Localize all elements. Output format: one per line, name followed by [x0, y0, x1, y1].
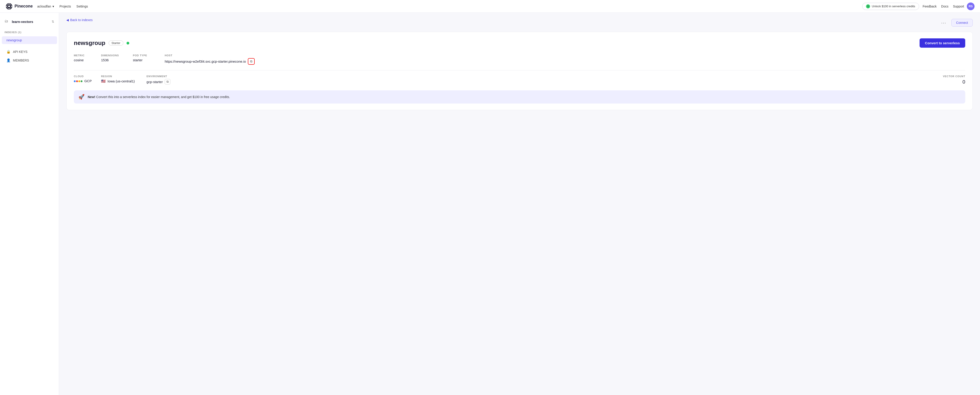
- rocket-icon: 🚀: [78, 94, 84, 100]
- dimensions-label: DIMENSIONS: [101, 54, 133, 57]
- cloud-value-text: GCP: [84, 79, 92, 83]
- region-value-text: Iowa (us-central1): [107, 79, 135, 83]
- members-label: MEMBERS: [13, 59, 29, 62]
- cloud-value: GCP: [74, 79, 101, 83]
- vector-count-label: VECTOR COUNT: [943, 75, 965, 78]
- copy-icon: ⧉: [250, 59, 252, 63]
- host-label: HOST: [165, 54, 965, 57]
- indexes-section: INDEXES (1): [0, 30, 59, 36]
- chevron-down-icon: ▾: [52, 5, 54, 8]
- metric-label: METRIC: [74, 54, 101, 57]
- header-actions: ··· Connect: [939, 19, 973, 27]
- more-options-button[interactable]: ···: [939, 19, 949, 27]
- project-selector[interactable]: 🗂 learn-vectors ⇅: [0, 17, 59, 26]
- top-nav-links: Projects Settings: [59, 5, 88, 8]
- pod-type-label: POD TYPE: [133, 54, 165, 57]
- projects-link[interactable]: Projects: [59, 5, 71, 8]
- copy-small-icon: ⧉: [167, 80, 169, 83]
- page-header: ◀ Back to indexes ··· Connect: [66, 18, 973, 27]
- metric-environment: ENVIRONMENT gcp-starter ⧉: [146, 75, 943, 85]
- user-avatar[interactable]: RS: [967, 3, 975, 10]
- promo-icon: $: [866, 4, 870, 8]
- feedback-link[interactable]: Feedback: [923, 5, 937, 8]
- status-indicator: [127, 42, 129, 44]
- sidebar-item-newsgroup[interactable]: newsgroup: [2, 36, 57, 44]
- host-value-text: https://newsgroup-w2ef3l4.svc.gcp-starte…: [165, 59, 246, 63]
- newsgroup-label: newsgroup: [6, 38, 22, 42]
- metric-region: REGION 🇺🇸 Iowa (us-central1): [101, 75, 146, 85]
- index-name: newsgroup: [74, 40, 105, 46]
- person-icon: 👤: [6, 58, 11, 62]
- promo-banner: 🚀 New! Convert this into a serverless in…: [74, 90, 965, 103]
- pod-type-value: starter: [133, 58, 165, 62]
- sidebar-item-api-keys[interactable]: 🔒 API KEYS: [2, 48, 57, 56]
- gcp-yellow-dot: [78, 80, 80, 82]
- dimensions-value: 1536: [101, 58, 133, 62]
- back-to-indexes-link[interactable]: ◀ Back to indexes: [66, 18, 93, 22]
- main-content: ◀ Back to indexes ··· Connect newsgroup …: [59, 13, 980, 395]
- docs-link[interactable]: Docs: [941, 5, 948, 8]
- copy-environment-button[interactable]: ⧉: [165, 79, 170, 84]
- top-action-links: Feedback Docs Support: [923, 5, 964, 8]
- promo-description: Convert this into a serverless index for…: [96, 95, 230, 99]
- vector-count-value: 0: [943, 79, 965, 85]
- starter-badge: Starter: [108, 40, 123, 46]
- gcp-blue-dot: [74, 80, 76, 82]
- host-value-row: https://newsgroup-w2ef3l4.svc.gcp-starte…: [165, 58, 965, 65]
- metric-vector-count: VECTOR COUNT 0: [943, 75, 965, 85]
- promo-bold-text: New!: [88, 95, 95, 99]
- environment-value-row: gcp-starter ⧉: [146, 79, 943, 84]
- top-navigation: Pinecone acloudfan ▾ Projects Settings $…: [0, 0, 980, 13]
- gcp-green-dot: [81, 80, 83, 82]
- promo-text: New! Convert this into a serverless inde…: [88, 95, 230, 99]
- metrics-row-1: METRIC cosine DIMENSIONS 1536 POD TYPE s…: [74, 54, 965, 65]
- index-title-row: newsgroup Starter Convert to serverless: [74, 38, 965, 48]
- folder-icon: 🗂: [5, 19, 10, 24]
- metric-value: cosine: [74, 58, 101, 62]
- indexes-section-label: INDEXES (1): [5, 31, 54, 33]
- api-keys-label: API KEYS: [13, 50, 27, 54]
- region-label: REGION: [101, 75, 146, 78]
- metric-dimensions: DIMENSIONS 1536: [101, 54, 133, 65]
- workspace-selector[interactable]: acloudfan ▾: [37, 5, 54, 8]
- metric-pod-type: POD TYPE starter: [133, 54, 165, 65]
- support-link[interactable]: Support: [953, 5, 964, 8]
- metric-metric: METRIC cosine: [74, 54, 101, 65]
- promo-text: Unlock $100 in serverless credits: [872, 5, 915, 8]
- index-title-left: newsgroup Starter: [74, 40, 129, 46]
- copy-host-button[interactable]: ⧉: [248, 58, 255, 65]
- settings-link[interactable]: Settings: [76, 5, 88, 8]
- back-arrow-icon: ◀: [66, 18, 69, 22]
- sidebar-item-members[interactable]: 👤 MEMBERS: [2, 56, 57, 65]
- environment-label: ENVIRONMENT: [146, 75, 943, 78]
- gcp-red-dot: [76, 80, 78, 82]
- logo[interactable]: Pinecone: [5, 3, 33, 10]
- metric-host: HOST https://newsgroup-w2ef3l4.svc.gcp-s…: [165, 54, 965, 65]
- gcp-logo: [74, 80, 83, 82]
- index-card: newsgroup Starter Convert to serverless …: [66, 32, 973, 110]
- convert-to-serverless-button[interactable]: Convert to serverless: [920, 38, 965, 48]
- back-label: Back to indexes: [70, 18, 93, 22]
- region-value: 🇺🇸 Iowa (us-central1): [101, 79, 146, 83]
- connect-button[interactable]: Connect: [951, 19, 973, 27]
- us-flag-icon: 🇺🇸: [101, 79, 106, 83]
- metric-cloud: CLOUD GCP: [74, 75, 101, 85]
- promo-banner-link[interactable]: $ Unlock $100 in serverless credits: [862, 3, 919, 10]
- metrics-row-2: CLOUD GCP REGION 🇺🇸: [74, 75, 965, 85]
- sidebar: 🗂 learn-vectors ⇅ INDEXES (1) newsgroup …: [0, 13, 59, 395]
- lock-icon: 🔒: [6, 50, 11, 54]
- cloud-label: CLOUD: [74, 75, 101, 78]
- environment-value-text: gcp-starter: [146, 80, 163, 84]
- project-chevron-icon[interactable]: ⇅: [52, 20, 54, 24]
- svg-point-2: [8, 5, 10, 7]
- project-name: learn-vectors: [12, 20, 33, 24]
